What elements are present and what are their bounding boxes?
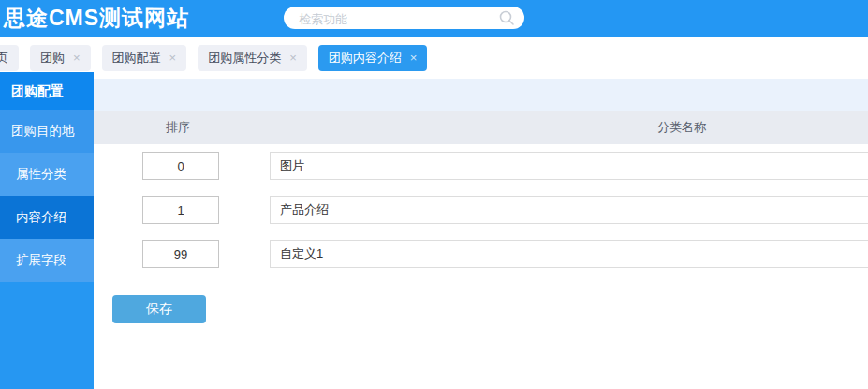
sidebar-item-extended-fields[interactable]: 扩展字段 — [0, 239, 94, 282]
main-content: 排序 分类名称 保存 — [94, 72, 868, 389]
sort-input[interactable] — [142, 240, 219, 268]
category-name-input[interactable] — [270, 196, 868, 224]
search-input[interactable] — [297, 7, 488, 31]
tab-label: 团购属性分类 — [208, 45, 281, 71]
sort-input[interactable] — [142, 196, 219, 224]
tab-label: 团购内容介绍 — [329, 45, 402, 71]
table-row — [94, 240, 868, 268]
close-icon[interactable]: × — [73, 45, 81, 71]
table-header: 排序 分类名称 — [94, 111, 868, 144]
column-header-sort: 排序 — [131, 111, 225, 144]
tab-label: 团购配置 — [112, 45, 161, 71]
tab-label: 团购 — [40, 45, 65, 71]
close-icon[interactable]: × — [410, 45, 418, 71]
table-row — [94, 196, 868, 224]
sidebar: 团购配置 团购目的地 属性分类 内容介绍 扩展字段 — [0, 72, 94, 389]
category-name-input[interactable] — [270, 240, 868, 268]
tab-bar: 主页 团购 × 团购配置 × 团购属性分类 × 团购内容介绍 × — [0, 37, 868, 72]
tab-home[interactable]: 主页 — [0, 45, 19, 71]
tab-tuangou-config[interactable]: 团购配置 × — [102, 45, 187, 71]
sidebar-item-attribute-category[interactable]: 属性分类 — [0, 153, 94, 196]
top-bar: 思途CMS测试网站 — [0, 0, 868, 37]
content-top-strip — [94, 79, 868, 111]
close-icon[interactable]: × — [289, 45, 297, 71]
tab-tuangou[interactable]: 团购 × — [30, 45, 91, 71]
sort-input[interactable] — [142, 152, 219, 180]
search-icon[interactable] — [498, 9, 515, 26]
sidebar-header[interactable]: 团购配置 — [0, 72, 94, 110]
column-header-name: 分类名称 — [616, 111, 747, 144]
close-icon[interactable]: × — [169, 45, 177, 71]
tab-attribute-category[interactable]: 团购属性分类 × — [198, 45, 307, 71]
sidebar-item-destination[interactable]: 团购目的地 — [0, 110, 94, 153]
search-box[interactable] — [284, 7, 524, 29]
tab-label: 主页 — [0, 45, 8, 71]
site-title: 思途CMS测试网站 — [4, 0, 189, 37]
sidebar-item-content-intro[interactable]: 内容介绍 — [0, 196, 94, 239]
save-button[interactable]: 保存 — [112, 295, 206, 323]
tab-content-intro[interactable]: 团购内容介绍 × — [318, 45, 428, 71]
table-row — [94, 152, 868, 180]
category-name-input[interactable] — [270, 152, 868, 180]
